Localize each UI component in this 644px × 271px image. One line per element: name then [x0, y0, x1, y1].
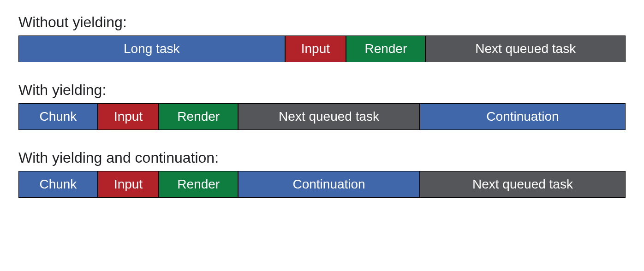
- segment-chunk: Chunk: [18, 171, 98, 198]
- segment-next-queued-task: Next queued task: [238, 103, 420, 130]
- diagram-row-0: Without yielding:Long taskInputRenderNex…: [18, 14, 626, 62]
- segment-chunk: Chunk: [18, 103, 98, 130]
- segment-next-queued-task: Next queued task: [425, 35, 626, 62]
- timeline-bar: ChunkInputRenderContinuationNext queued …: [18, 171, 626, 198]
- diagram-row-2: With yielding and continuation:ChunkInpu…: [18, 149, 626, 198]
- row-title: Without yielding:: [18, 14, 626, 31]
- segment-continuation: Continuation: [420, 103, 626, 130]
- timeline-bar: Long taskInputRenderNext queued task: [18, 35, 626, 62]
- segment-input: Input: [98, 171, 159, 198]
- segment-render: Render: [346, 35, 425, 62]
- segment-long-task: Long task: [18, 35, 285, 62]
- segment-continuation: Continuation: [238, 171, 420, 198]
- segment-render: Render: [159, 103, 238, 130]
- segment-input: Input: [98, 103, 159, 130]
- segment-render: Render: [159, 171, 238, 198]
- segment-next-queued-task: Next queued task: [420, 171, 626, 198]
- diagram-row-1: With yielding:ChunkInputRenderNext queue…: [18, 82, 626, 130]
- row-title: With yielding and continuation:: [18, 149, 626, 166]
- segment-input: Input: [285, 35, 346, 62]
- timeline-bar: ChunkInputRenderNext queued taskContinua…: [18, 103, 626, 130]
- row-title: With yielding:: [18, 82, 626, 99]
